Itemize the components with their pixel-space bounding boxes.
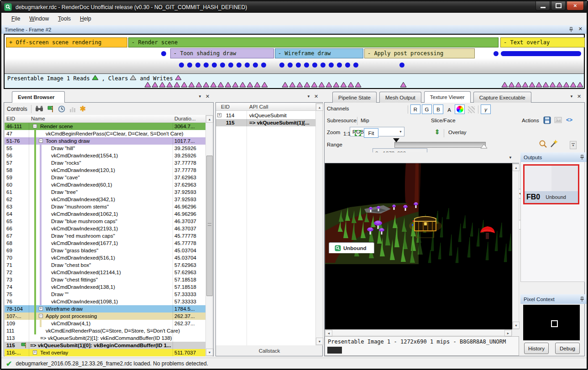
draw-event-dot[interactable] [261, 63, 266, 68]
toolbar-overflow-button[interactable]: ▼ [570, 141, 577, 149]
api-call-row[interactable]: 115=> vkQueueSubmit(1)[... [216, 119, 315, 126]
goto-resource-icon[interactable] [554, 116, 562, 124]
event-row[interactable]: 115=> vkQueueSubmit(1)[0]: vkBeginComman… [5, 342, 205, 349]
pin-icon[interactable] [569, 27, 573, 32]
tab-event-browser[interactable]: Event Browser [12, 91, 65, 103]
event-row[interactable]: 69Draw "grass blades"45.03704 [5, 247, 205, 254]
draw-event-dot[interactable] [204, 63, 209, 68]
time-draws-icon[interactable] [58, 105, 65, 113]
autofit-wand-icon[interactable] [549, 139, 558, 148]
expand-icon[interactable]: + [39, 307, 43, 311]
event-row[interactable]: 60vkCmdDrawIndexed(60,1)37.62963 [5, 181, 205, 188]
event-row[interactable]: 55Draw "hill"39.25926 [5, 145, 205, 152]
channel-b-button[interactable]: B [433, 104, 443, 114]
draw-event-dot[interactable] [296, 63, 301, 68]
event-row[interactable]: 59Draw "cave"37.62963 [5, 174, 205, 181]
column-duration[interactable]: Duratio... [174, 116, 196, 121]
event-row[interactable]: 73Draw "chest fittings"57.18518 [5, 276, 205, 283]
find-event-icon[interactable] [35, 105, 43, 113]
draw-event-dot[interactable] [329, 63, 334, 68]
draw-event-dot[interactable] [220, 63, 225, 68]
close-icon[interactable]: ✕ [314, 94, 318, 99]
expand-icon[interactable]: + [217, 113, 221, 117]
column-api-call[interactable]: API Call [249, 104, 268, 109]
draw-event-dot[interactable] [345, 63, 350, 68]
stats-icon[interactable] [69, 105, 76, 113]
range-slider[interactable] [394, 142, 486, 148]
pixel-context-view[interactable] [523, 305, 580, 340]
column-eid[interactable]: EID [221, 104, 230, 109]
event-row[interactable]: 74vkCmdDrawIndexed(138,1)57.18518 [5, 283, 205, 291]
event-row[interactable]: 65Draw "blue mushroom caps"46.37037 [5, 218, 205, 225]
column-name[interactable]: Name [31, 116, 45, 121]
collapse-icon[interactable]: − [33, 124, 37, 128]
chevron-down-icon[interactable]: ▼ [307, 94, 310, 99]
event-row[interactable]: 70vkCmdDrawIndexed(516,1)45.03704 [5, 254, 205, 261]
menu-item-window[interactable]: Window [25, 13, 53, 24]
timeline-marker-bar[interactable]: - Render scene [128, 37, 499, 47]
event-row[interactable]: 75Draw ""57.33333 [5, 291, 205, 298]
save-texture-icon[interactable] [543, 116, 551, 124]
draw-event-dot[interactable] [179, 63, 184, 68]
event-row[interactable]: 47vkCmdBeginRenderPass(C=Clear, D=Clear,… [5, 130, 205, 137]
channel-g-button[interactable]: G [422, 104, 432, 114]
draw-event-dot[interactable] [304, 63, 309, 68]
tab-texture-viewer[interactable]: Texture Viewer [424, 91, 471, 103]
texture-vscrollbar[interactable]: ▲ ▼ [512, 163, 519, 329]
menu-item-tools[interactable]: Tools [53, 13, 75, 24]
column-eid[interactable]: EID [6, 116, 15, 121]
checker-backcolor-button[interactable] [466, 104, 476, 115]
chevron-down-icon[interactable]: ▼ [570, 94, 573, 99]
maximize-button[interactable] [551, 1, 566, 10]
event-browser-scrollbar[interactable]: ▲ ▼ [205, 115, 213, 356]
draw-event-dot[interactable] [228, 63, 233, 68]
event-row[interactable]: 116-...+Text overlay511.7037 [5, 349, 205, 356]
menu-item-file[interactable]: File [7, 13, 25, 24]
history-button[interactable]: History [524, 343, 549, 354]
bookmark-star-icon[interactable]: ✱ [80, 106, 86, 112]
tab-mesh-output[interactable]: Mesh Output [379, 92, 421, 103]
event-row[interactable]: 64vkCmdDrawIndexed(1062,1)46.96296 [5, 210, 205, 218]
timeline-marker-bar[interactable]: - Text overlay [500, 37, 585, 47]
draw-events-pill[interactable] [501, 51, 581, 56]
event-row[interactable]: 113=> vkQueueSubmit(2)[1]: vkEndCommandB… [5, 334, 205, 342]
event-row[interactable]: 67Draw "red mushroom caps"45.77778 [5, 232, 205, 240]
draw-event-dot[interactable] [320, 63, 326, 68]
zoom-range-icon[interactable] [539, 140, 547, 148]
draw-event-dot[interactable] [353, 63, 358, 68]
timeline-marker-bar[interactable]: - Toon shading draw [170, 48, 274, 58]
pin-icon[interactable] [580, 297, 584, 302]
chevron-down-icon[interactable]: ▼ [509, 156, 512, 160]
draw-event-dot[interactable] [253, 63, 258, 68]
event-row[interactable]: 72vkCmdDrawIndexed(12144,1)57.62963 [5, 269, 205, 276]
range-white-handle[interactable] [480, 144, 488, 149]
api-call-row[interactable]: +114vkQueueSubmit [216, 112, 315, 119]
gamma-button[interactable]: γ [481, 104, 491, 114]
jump-bookmark-icon[interactable] [47, 105, 54, 113]
close-button[interactable]: ✕ [567, 1, 584, 10]
tab-capture-executable[interactable]: Capture Executable [473, 92, 531, 103]
event-row[interactable]: 58vkCmdDrawIndexed(120,1)37.77778 [5, 167, 205, 174]
draw-event-dot[interactable] [312, 63, 317, 68]
channel-a-button[interactable]: A [445, 104, 454, 115]
close-icon[interactable]: ✕ [577, 94, 581, 99]
pin-icon[interactable] [580, 155, 584, 160]
fit-button[interactable]: Fit [364, 128, 378, 138]
draw-event-dot[interactable] [212, 63, 217, 68]
timeline-marker-bar[interactable]: - Wireframe draw [275, 48, 363, 58]
event-row[interactable]: 63Draw "mushroom stems"46.96296 [5, 203, 205, 210]
api-calls-scrollbar[interactable]: ▲ ▼ [315, 103, 323, 345]
collapse-icon[interactable]: − [39, 139, 43, 143]
draw-event-dot[interactable] [236, 63, 242, 68]
open-new-window-icon[interactable]: <> [566, 117, 572, 123]
fit-arrows-icon[interactable] [354, 129, 362, 137]
event-row[interactable]: 61Draw "tree"37.92593 [5, 188, 205, 196]
draw-event-dot[interactable] [245, 63, 250, 68]
expand-icon[interactable]: + [33, 350, 37, 354]
event-row[interactable]: 56vkCmdDrawIndexed(1554,1)39.25926 [5, 152, 205, 159]
debug-button[interactable]: Debug [555, 343, 580, 354]
channel-r-button[interactable]: R [410, 104, 420, 114]
collapse-icon[interactable]: − [39, 314, 43, 318]
event-row[interactable]: 76vkCmdDrawIndexed(1098,1)57.33333 [5, 298, 205, 305]
chevron-down-icon[interactable]: ▼ [198, 94, 202, 99]
